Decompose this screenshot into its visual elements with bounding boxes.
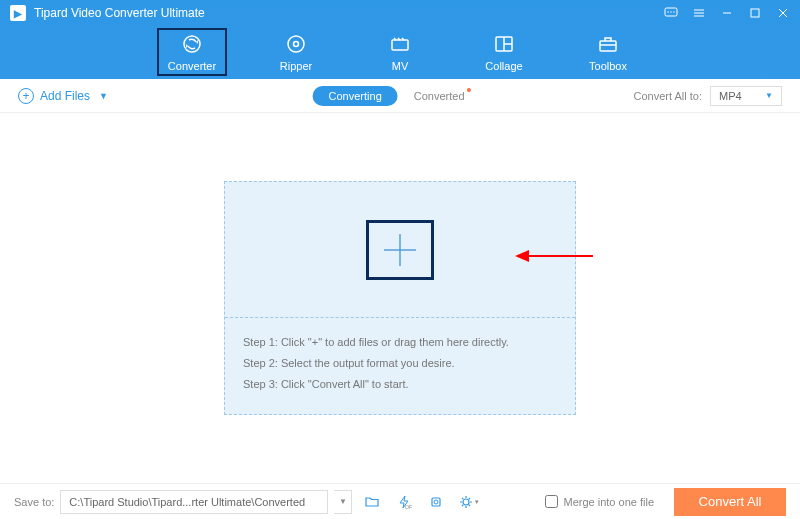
cpu-icon [428,494,444,510]
plus-circle-icon: + [18,88,34,104]
app-logo: ▶ [10,5,26,21]
close-icon[interactable] [776,6,790,20]
nav-converter-label: Converter [168,60,216,72]
svg-point-15 [294,42,299,47]
add-files-label: Add Files [40,89,90,103]
svg-rect-16 [392,40,408,50]
hardware-accel-button[interactable]: OFF [392,490,416,514]
svg-rect-27 [432,498,440,506]
tab-converted-label: Converted [414,90,465,102]
nav-mv-label: MV [392,60,409,72]
nav-ripper[interactable]: Ripper [261,28,331,76]
merge-label: Merge into one file [564,496,655,508]
svg-rect-8 [751,9,759,17]
open-folder-button[interactable] [360,490,384,514]
chevron-down-icon: ▾ [475,498,479,506]
high-speed-button[interactable] [424,490,448,514]
collage-icon [492,32,516,56]
convert-all-button[interactable]: Convert All [674,488,786,516]
toolbox-icon [596,32,620,56]
nav-toolbox[interactable]: Toolbox [573,28,643,76]
output-path-value: C:\Tipard Studio\Tipard...rter Ultimate\… [69,496,305,508]
ripper-icon [284,32,308,56]
output-path-dropdown[interactable]: ▼ [334,490,352,514]
svg-point-29 [463,499,469,505]
maximize-icon[interactable] [748,6,762,20]
step-3-text: Step 3: Click "Convert All" to start. [243,374,557,395]
svg-point-2 [670,11,671,12]
plus-icon [378,228,422,272]
step-1-text: Step 1: Click "+" to add files or drag t… [243,332,557,353]
svg-point-11 [184,36,200,52]
svg-marker-13 [186,44,188,48]
chevron-down-icon: ▼ [765,91,773,100]
svg-rect-20 [600,41,616,51]
add-files-button[interactable]: + Add Files ▼ [18,88,108,104]
convert-all-to-label: Convert All to: [634,90,702,102]
format-value: MP4 [719,90,742,102]
lightning-icon: OFF [396,494,412,510]
output-format-select[interactable]: MP4 ▼ [710,86,782,106]
nav-mv[interactable]: MV [365,28,435,76]
feedback-icon[interactable] [664,6,678,20]
svg-marker-25 [515,250,529,262]
drop-zone[interactable]: Step 1: Click "+" to add files or drag t… [224,181,576,415]
notification-dot: • [467,82,472,98]
add-file-plus-button[interactable] [369,223,431,277]
menu-icon[interactable] [692,6,706,20]
tab-converting-label: Converting [329,90,382,102]
svg-point-1 [667,11,668,12]
svg-text:OFF: OFF [405,504,412,510]
output-path-field[interactable]: C:\Tipard Studio\Tipard...rter Ultimate\… [60,490,328,514]
nav-toolbox-label: Toolbox [589,60,627,72]
gear-icon [458,494,474,510]
tab-converted[interactable]: Converted• [398,86,488,106]
mv-icon [388,32,412,56]
settings-button[interactable]: ▾ [456,490,480,514]
nav-collage[interactable]: Collage [469,28,539,76]
nav-collage-label: Collage [485,60,522,72]
tab-converting[interactable]: Converting [313,86,398,106]
svg-point-14 [288,36,304,52]
svg-marker-12 [196,40,198,44]
save-to-label: Save to: [14,496,54,508]
converter-icon [180,32,204,56]
annotation-arrow [515,248,595,264]
nav-ripper-label: Ripper [280,60,312,72]
minimize-icon[interactable] [720,6,734,20]
chevron-down-icon: ▼ [99,91,108,101]
window-title: Tipard Video Converter Ultimate [34,6,664,20]
svg-point-3 [673,11,674,12]
merge-checkbox[interactable]: Merge into one file [545,495,655,508]
step-2-text: Step 2: Select the output format you des… [243,353,557,374]
svg-point-28 [434,500,438,504]
folder-icon [364,494,380,510]
nav-converter[interactable]: Converter [157,28,227,76]
merge-checkbox-input[interactable] [545,495,558,508]
